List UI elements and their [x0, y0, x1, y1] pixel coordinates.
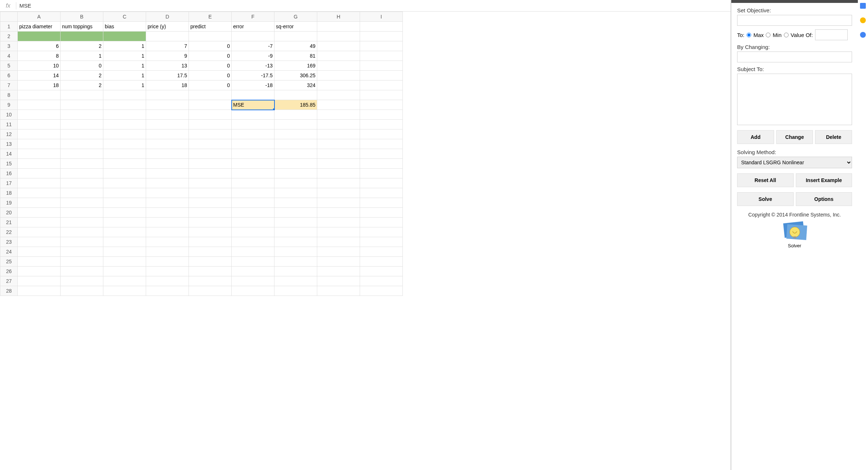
cell-F1[interactable]: error — [232, 22, 274, 32]
cell-D17[interactable] — [146, 178, 189, 188]
cell-B8[interactable] — [61, 90, 103, 100]
cell-F16[interactable] — [232, 169, 274, 178]
cell-H23[interactable] — [317, 237, 360, 247]
cell-I26[interactable] — [360, 267, 403, 276]
radio-value-of[interactable] — [784, 33, 789, 37]
keep-icon[interactable] — [860, 17, 866, 23]
cell-B5[interactable]: 0 — [61, 61, 103, 71]
cell-C1[interactable]: bias — [103, 22, 146, 32]
cell-I3[interactable] — [360, 41, 403, 51]
cell-I23[interactable] — [360, 237, 403, 247]
cell-B12[interactable] — [61, 129, 103, 139]
col-header-D[interactable]: D — [146, 12, 189, 22]
cell-A6[interactable]: 14 — [18, 71, 61, 81]
row-header-10[interactable]: 10 — [0, 110, 18, 120]
cell-I18[interactable] — [360, 188, 403, 198]
cell-D14[interactable] — [146, 149, 189, 159]
cell-D16[interactable] — [146, 169, 189, 178]
cell-G16[interactable] — [274, 169, 317, 178]
cell-A16[interactable] — [18, 169, 61, 178]
col-header-E[interactable]: E — [189, 12, 232, 22]
cell-D26[interactable] — [146, 267, 189, 276]
cell-G22[interactable] — [274, 227, 317, 237]
cell-B7[interactable]: 2 — [61, 81, 103, 90]
cell-A27[interactable] — [18, 276, 61, 286]
cell-G1[interactable]: sq-error — [274, 22, 317, 32]
cell-A3[interactable]: 6 — [18, 41, 61, 51]
cell-I6[interactable] — [360, 71, 403, 81]
row-header-17[interactable]: 17 — [0, 178, 18, 188]
row-header-15[interactable]: 15 — [0, 159, 18, 169]
cell-D24[interactable] — [146, 247, 189, 257]
radio-min[interactable] — [766, 33, 770, 37]
cell-A11[interactable] — [18, 120, 61, 129]
cell-B10[interactable] — [61, 110, 103, 120]
cell-D1[interactable]: price (y) — [146, 22, 189, 32]
cell-A15[interactable] — [18, 159, 61, 169]
cell-B13[interactable] — [61, 139, 103, 149]
cell-G12[interactable] — [274, 129, 317, 139]
by-changing-input[interactable] — [737, 51, 852, 62]
cell-E2[interactable] — [189, 32, 232, 41]
insert-example-button[interactable]: Insert Example — [796, 173, 852, 187]
cell-G7[interactable]: 324 — [274, 81, 317, 90]
cell-C16[interactable] — [103, 169, 146, 178]
cell-B24[interactable] — [61, 247, 103, 257]
cell-B28[interactable] — [61, 286, 103, 296]
cell-H4[interactable] — [317, 51, 360, 61]
cell-B18[interactable] — [61, 188, 103, 198]
cell-F20[interactable] — [232, 208, 274, 218]
cell-A10[interactable] — [18, 110, 61, 120]
cell-C6[interactable]: 1 — [103, 71, 146, 81]
cell-A17[interactable] — [18, 178, 61, 188]
cell-E16[interactable] — [189, 169, 232, 178]
cell-F26[interactable] — [232, 267, 274, 276]
cell-D19[interactable] — [146, 198, 189, 208]
cell-E19[interactable] — [189, 198, 232, 208]
cell-I14[interactable] — [360, 149, 403, 159]
cell-B22[interactable] — [61, 227, 103, 237]
cell-I19[interactable] — [360, 198, 403, 208]
cell-G8[interactable] — [274, 90, 317, 100]
cell-D21[interactable] — [146, 218, 189, 227]
cell-D12[interactable] — [146, 129, 189, 139]
cell-B2[interactable] — [61, 32, 103, 41]
subject-to-textarea[interactable] — [737, 74, 852, 125]
cell-B23[interactable] — [61, 237, 103, 247]
cell-G13[interactable] — [274, 139, 317, 149]
col-header-F[interactable]: F — [232, 12, 274, 22]
cell-B16[interactable] — [61, 169, 103, 178]
cell-E28[interactable] — [189, 286, 232, 296]
cell-G11[interactable] — [274, 120, 317, 129]
cell-D25[interactable] — [146, 257, 189, 267]
cell-I2[interactable] — [360, 32, 403, 41]
cell-I15[interactable] — [360, 159, 403, 169]
cell-G25[interactable] — [274, 257, 317, 267]
cell-D18[interactable] — [146, 188, 189, 198]
row-header-18[interactable]: 18 — [0, 188, 18, 198]
cell-H2[interactable] — [317, 32, 360, 41]
cell-E7[interactable]: 0 — [189, 81, 232, 90]
cell-C19[interactable] — [103, 198, 146, 208]
value-of-input[interactable] — [815, 29, 848, 40]
cell-B26[interactable] — [61, 267, 103, 276]
solving-method-select[interactable]: Standard LSGRG Nonlinear — [737, 157, 852, 168]
cell-E6[interactable]: 0 — [189, 71, 232, 81]
cell-E10[interactable] — [189, 110, 232, 120]
cell-C28[interactable] — [103, 286, 146, 296]
formula-input[interactable] — [19, 3, 728, 9]
cell-F28[interactable] — [232, 286, 274, 296]
cell-E15[interactable] — [189, 159, 232, 169]
cell-G20[interactable] — [274, 208, 317, 218]
cell-G10[interactable] — [274, 110, 317, 120]
row-header-3[interactable]: 3 — [0, 41, 18, 51]
cell-F18[interactable] — [232, 188, 274, 198]
cell-D5[interactable]: 13 — [146, 61, 189, 71]
cell-H26[interactable] — [317, 267, 360, 276]
cell-H18[interactable] — [317, 188, 360, 198]
cell-H9[interactable] — [317, 100, 360, 110]
cell-C9[interactable] — [103, 100, 146, 110]
cell-C5[interactable]: 1 — [103, 61, 146, 71]
cell-G23[interactable] — [274, 237, 317, 247]
cell-B11[interactable] — [61, 120, 103, 129]
